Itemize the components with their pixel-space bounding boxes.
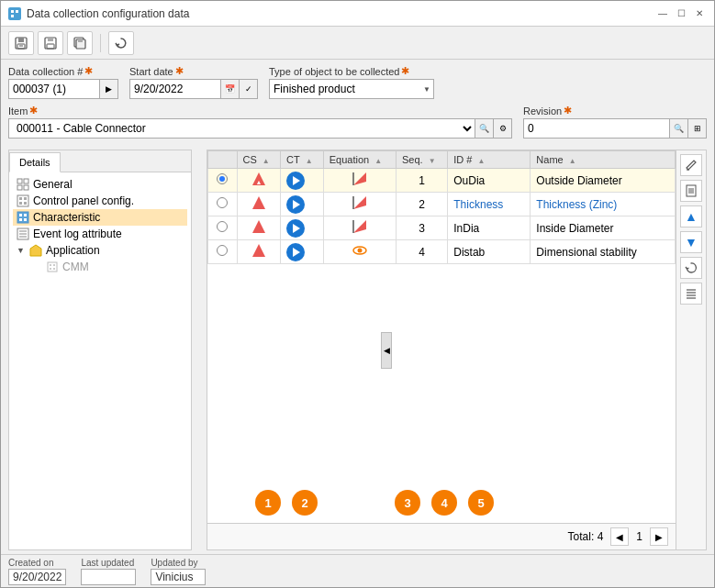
collapse-panel-button[interactable]: ◀ (381, 332, 392, 369)
col-header-seq[interactable]: Seq. ▼ (397, 151, 448, 169)
svg-point-49 (357, 249, 362, 253)
type-select[interactable]: Finished product Component Raw material (269, 79, 434, 99)
maximize-button[interactable]: ☐ (674, 6, 688, 21)
row1-equation[interactable] (323, 169, 396, 193)
start-date-check-button[interactable]: ✓ (240, 79, 258, 99)
svg-rect-23 (17, 212, 28, 223)
tree-item-cmm[interactable]: CMM (13, 259, 187, 275)
start-date-input[interactable] (129, 79, 221, 99)
table-row[interactable]: 3 InDia Inside Diameter (208, 216, 676, 240)
row2-ct[interactable] (281, 193, 324, 216)
play-button-row1[interactable] (286, 172, 305, 190)
data-collection-nav-button[interactable]: ▶ (100, 79, 118, 99)
circle-button-2[interactable]: 2 (292, 490, 318, 516)
row3-select[interactable] (208, 216, 238, 240)
col-header-equation[interactable]: Equation ▲ (323, 151, 396, 169)
data-collection-group: Data collection # ✱ ▶ (8, 65, 118, 99)
svg-marker-39 (353, 172, 366, 185)
svg-marker-45 (353, 220, 366, 233)
refresh-button[interactable] (108, 31, 134, 55)
tree-item-general[interactable]: General (13, 176, 187, 193)
prev-page-button[interactable]: ◀ (610, 527, 629, 546)
row3-ct[interactable] (281, 216, 324, 240)
col-header-cs[interactable]: CS ▲ (237, 151, 281, 169)
doc-button[interactable] (680, 180, 702, 202)
row1-select[interactable] (208, 169, 238, 193)
characteristics-table: CS ▲ CT ▲ Equation ▲ Seq. ▼ ID # ▲ Name … (207, 150, 676, 264)
svg-marker-44 (252, 220, 265, 233)
last-updated-group: Last updated (81, 558, 136, 585)
svg-rect-34 (53, 264, 55, 266)
row3-equation[interactable] (323, 216, 396, 240)
row4-select[interactable] (208, 240, 238, 264)
up-button[interactable]: ▲ (680, 205, 702, 227)
left-panel: Details General Control panel config. (8, 150, 192, 550)
row2-name: Thickness (Zinc) (531, 193, 676, 216)
refresh-table-button[interactable] (680, 257, 702, 279)
revision-input[interactable] (523, 118, 670, 139)
down-button[interactable]: ▼ (680, 231, 702, 253)
tree-item-control-panel[interactable]: Control panel config. (13, 193, 187, 209)
radio-row2[interactable] (217, 197, 228, 208)
data-collection-input-group: ▶ (8, 79, 118, 99)
sort-cs: ▲ (263, 157, 270, 165)
row3-cs[interactable] (237, 216, 281, 240)
row4-ct[interactable] (281, 240, 324, 264)
radio-row3[interactable] (217, 221, 228, 232)
revision-extra-button[interactable]: ⊞ (688, 118, 707, 139)
data-collection-input[interactable] (8, 79, 100, 99)
row2-select[interactable] (208, 193, 238, 216)
row1-id: OuDia (448, 169, 531, 193)
table-row[interactable]: 4 Distab Dimensional stability (208, 240, 676, 264)
row1-ct[interactable] (281, 169, 324, 193)
radio-row4[interactable] (217, 245, 228, 256)
row4-cs[interactable] (237, 240, 281, 264)
minimize-button[interactable]: — (655, 6, 670, 21)
save-new-button[interactable] (8, 31, 34, 55)
table-scroll[interactable]: CS ▲ CT ▲ Equation ▲ Seq. ▼ ID # ▲ Name … (207, 150, 676, 483)
item-search-button[interactable]: 🔍 (475, 118, 494, 139)
row4-seq: 4 (397, 240, 448, 264)
row2-equation[interactable] (323, 193, 396, 216)
sort-name: ▲ (569, 157, 576, 165)
tree-expand-application[interactable]: ▼ (17, 246, 26, 255)
revision-search-button[interactable]: 🔍 (670, 118, 688, 139)
list-button[interactable] (680, 283, 702, 305)
col-header-ct[interactable]: CT ▲ (281, 151, 324, 169)
tree-item-characteristic[interactable]: Characteristic (13, 209, 187, 226)
col-header-id[interactable]: ID # ▲ (448, 151, 531, 169)
circle-button-3[interactable]: 3 (395, 490, 420, 516)
table-footer: Total: 4 ◀ 1 ▶ (207, 523, 676, 549)
row4-equation[interactable] (323, 240, 396, 264)
equation-eye-row4 (352, 249, 368, 261)
tree-item-application[interactable]: ▼ Application (13, 242, 187, 259)
item-select[interactable]: 000011 - Cable Connector (8, 118, 475, 139)
total-count: Total: 4 (568, 530, 604, 543)
table-row[interactable]: 2 Thickness Thickness (Zinc) (208, 193, 676, 216)
circle-button-5[interactable]: 5 (468, 490, 494, 516)
play-button-row2[interactable] (286, 195, 305, 214)
form-row-1: Data collection # ✱ ▶ Start date ✱ 📅 ✓ (8, 65, 707, 99)
edit-button[interactable] (680, 154, 702, 176)
row1-cs[interactable]: ▲ (237, 169, 281, 193)
close-button[interactable]: ✕ (692, 6, 707, 21)
radio-row1[interactable] (217, 173, 228, 184)
circle-button-4[interactable]: 4 (431, 490, 457, 516)
calendar-button[interactable]: 📅 (221, 79, 240, 99)
play-button-row4[interactable] (286, 243, 305, 261)
type-select-wrapper: Finished product Component Raw material (269, 79, 434, 99)
last-updated-value (81, 569, 136, 585)
next-page-button[interactable]: ▶ (650, 527, 668, 546)
play-button-row3[interactable] (286, 219, 305, 238)
save-copy-button[interactable] (67, 31, 93, 55)
event-log-icon (17, 227, 29, 240)
item-config-button[interactable]: ⚙ (494, 118, 512, 139)
row2-cs[interactable] (237, 193, 281, 216)
table-row[interactable]: ▲ (208, 169, 676, 193)
tab-details[interactable]: Details (9, 152, 61, 172)
tree-item-event-log[interactable]: Event log attribute (13, 226, 187, 242)
col-header-name[interactable]: Name ▲ (531, 151, 676, 169)
svg-rect-25 (19, 218, 22, 221)
save-button[interactable] (38, 31, 63, 55)
circle-button-1[interactable]: 1 (255, 490, 281, 516)
